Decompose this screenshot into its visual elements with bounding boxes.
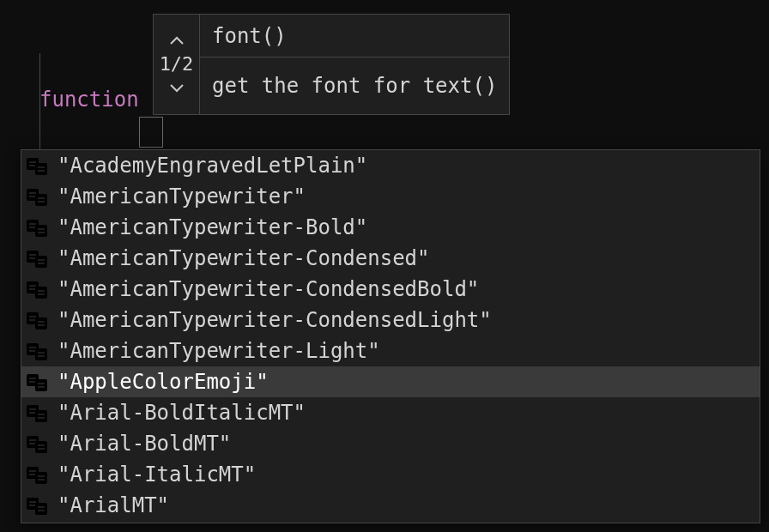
autocomplete-item[interactable]: "Arial-BoldItalicMT" (21, 397, 760, 428)
autocomplete-item-label: "Arial-BoldMT" (58, 428, 231, 459)
constant-icon (27, 278, 49, 300)
autocomplete-item[interactable]: "AmericanTypewriter-Light" (21, 336, 760, 366)
autocomplete-item-label: "AmericanTypewriter-CondensedLight" (58, 305, 492, 336)
autocomplete-item[interactable]: "ArialMT" (21, 490, 760, 521)
constant-icon (27, 402, 49, 424)
code-editor[interactable]: function viewe font ( ) 1/2 font() ge (0, 0, 769, 532)
autocomplete-item[interactable]: "AcademyEngravedLetPlain" (21, 150, 760, 181)
autocomplete-item[interactable]: "AmericanTypewriter-CondensedBold" (21, 274, 760, 305)
autocomplete-item-label: "AmericanTypewriter" (58, 181, 306, 212)
signature-count: 1/2 (160, 49, 194, 80)
constant-icon (27, 340, 49, 362)
autocomplete-item-label: "Arial-ItalicMT" (58, 459, 256, 490)
autocomplete-item[interactable]: "Arial-BoldMT" (21, 428, 760, 459)
autocomplete-item-label: "AmericanTypewriter-CondensedBold" (58, 274, 479, 305)
constant-icon (27, 309, 49, 331)
constant-icon (27, 247, 49, 269)
autocomplete-item[interactable]: "AppleColorEmoji" (21, 366, 760, 397)
constant-icon (27, 432, 49, 455)
space (139, 84, 151, 115)
autocomplete-item[interactable]: "AmericanTypewriter-Bold" (21, 212, 760, 243)
chevron-up-icon[interactable] (170, 33, 184, 47)
constant-icon (27, 494, 49, 517)
keyword-function: function (39, 84, 139, 115)
chevron-down-icon[interactable] (170, 82, 184, 95)
signature-help-popup: 1/2 font() get the font for text() (153, 14, 510, 115)
signature-title: font() (200, 15, 509, 57)
autocomplete-item-label: "AmericanTypewriter-Condensed" (58, 243, 429, 274)
autocomplete-item[interactable]: "AmericanTypewriter-Condensed" (21, 243, 760, 274)
autocomplete-item-label: "AmericanTypewriter-Bold" (58, 212, 367, 243)
constant-icon (27, 216, 49, 239)
autocomplete-item-label: "ArialMT" (58, 490, 169, 521)
autocomplete-item[interactable]: "AmericanTypewriter-CondensedLight" (21, 305, 760, 336)
autocomplete-list[interactable]: "AcademyEngravedLetPlain""AmericanTypewr… (21, 149, 760, 523)
autocomplete-item-label: "Arial-BoldItalicMT" (58, 397, 306, 428)
signature-nav: 1/2 (154, 15, 200, 114)
signature-description: get the font for text() (200, 57, 509, 114)
autocomplete-item-label: "AcademyEngravedLetPlain" (58, 150, 367, 181)
autocomplete-item[interactable]: "Arial-ItalicMT" (21, 459, 760, 490)
autocomplete-item[interactable]: "AmericanTypewriter" (21, 181, 760, 212)
constant-icon (27, 185, 49, 208)
constant-icon (27, 371, 49, 393)
constant-icon (27, 154, 49, 177)
code-peek: for col = 1, 3 do (136, 523, 396, 532)
autocomplete-item-label: "AmericanTypewriter-Light" (58, 336, 380, 366)
autocomplete-item-label: "AppleColorEmoji" (58, 366, 269, 397)
constant-icon (27, 463, 49, 486)
